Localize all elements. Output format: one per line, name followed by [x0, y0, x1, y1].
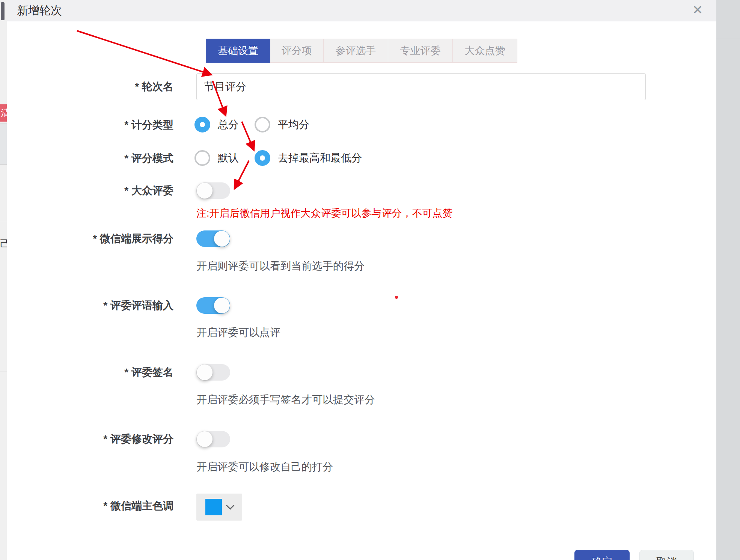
chevron-down-icon [226, 501, 235, 510]
radio-default-mode-label[interactable]: 默认 [218, 151, 239, 165]
judge-modify-help: 开启评委可以修改自己的打分 [196, 460, 333, 474]
tab-basic-settings[interactable]: 基础设置 [206, 39, 270, 63]
row-wechat-theme-color: * 微信端主色调 [7, 498, 716, 514]
judge-comment-label: * 评委评语输入 [29, 297, 173, 314]
background-row-block [0, 123, 7, 164]
round-name-input[interactable] [196, 73, 646, 100]
row-judge-comment: * 评委评语输入 [7, 297, 716, 314]
judge-signature-label: * 评委签名 [29, 364, 173, 381]
toggle-knob [214, 298, 230, 313]
wechat-theme-color-label: * 微信端主色调 [29, 498, 173, 514]
public-judge-note: 注:开启后微信用户视作大众评委可以参与评分，不可点赞 [196, 206, 453, 220]
score-type-label: * 计分类型 [29, 117, 173, 133]
modal-header: 新增轮次 [7, 0, 716, 21]
judge-modify-label: * 评委修改评分 [29, 431, 173, 447]
row-judge-signature: * 评委签名 [7, 364, 716, 381]
radio-total-score[interactable] [194, 117, 210, 132]
background-text-fragment: 己: [0, 237, 7, 249]
wechat-show-score-toggle[interactable] [196, 230, 230, 247]
theme-color-swatch [205, 499, 222, 515]
radio-average-score-label[interactable]: 平均分 [278, 117, 309, 132]
background-divider [0, 164, 7, 165]
tab-score-items[interactable]: 评分项 [270, 39, 324, 63]
cancel-button[interactable]: 取消 [639, 550, 694, 560]
round-name-label: * 轮次名 [29, 78, 173, 95]
background-divider [0, 221, 7, 221]
wechat-show-score-label: * 微信端展示得分 [29, 230, 173, 247]
row-public-judge: * 大众评委 [7, 182, 716, 199]
judge-signature-help: 开启评委必须手写签名才可以提交评分 [196, 393, 375, 407]
background-divider [0, 372, 7, 372]
row-wechat-show-score: * 微信端展示得分 [7, 230, 716, 247]
modal-title: 新增轮次 [17, 3, 62, 18]
row-score-mode: * 评分模式 默认 去掉最高和最低分 [7, 150, 716, 167]
toggle-knob [197, 431, 213, 447]
radio-average-score[interactable] [255, 117, 270, 132]
tab-pro-judges[interactable]: 专业评委 [388, 39, 453, 63]
footer-divider [17, 538, 705, 538]
confirm-button[interactable]: 确定 [574, 550, 630, 560]
public-judge-toggle[interactable] [196, 182, 230, 199]
tab-contestants[interactable]: 参评选手 [324, 39, 388, 63]
background-red-badge: 清 [0, 104, 7, 122]
score-mode-label: * 评分模式 [29, 150, 173, 167]
settings-tabs: 基础设置 评分项 参评选手 专业评委 大众点赞 [206, 39, 517, 63]
theme-color-picker[interactable] [196, 494, 242, 521]
toggle-knob [197, 364, 213, 380]
score-type-radio-group: 总分 平均分 [194, 117, 325, 132]
background-divider [0, 123, 7, 123]
background-dark-bar [1, 2, 5, 20]
radio-trim-mode[interactable] [255, 150, 270, 166]
judge-comment-help: 开启评委可以点评 [196, 325, 280, 340]
radio-trim-mode-label[interactable]: 去掉最高和最低分 [278, 151, 362, 165]
score-mode-radio-group: 默认 去掉最高和最低分 [194, 150, 378, 166]
judge-modify-toggle[interactable] [196, 431, 230, 447]
close-icon[interactable]: ✕ [689, 2, 706, 18]
background-page-right-strip [716, 0, 740, 560]
add-round-modal: 新增轮次 ✕ 基础设置 评分项 参评选手 专业评委 大众点赞 * 轮次名 * 计… [7, 0, 716, 560]
background-divider [716, 39, 740, 39]
wechat-show-score-help: 开启则评委可以看到当前选手的得分 [196, 259, 365, 273]
toggle-knob [214, 231, 230, 247]
row-judge-modify: * 评委修改评分 [7, 431, 716, 447]
tab-public-likes[interactable]: 大众点赞 [453, 39, 517, 63]
radio-total-score-label[interactable]: 总分 [218, 117, 239, 132]
background-page-left-strip: 清 己: [0, 0, 7, 560]
judge-signature-toggle[interactable] [196, 364, 230, 381]
row-score-type: * 计分类型 总分 平均分 [7, 117, 716, 133]
public-judge-label: * 大众评委 [29, 182, 173, 199]
radio-default-mode[interactable] [194, 150, 210, 166]
judge-comment-toggle[interactable] [196, 297, 230, 314]
toggle-knob [197, 183, 213, 199]
